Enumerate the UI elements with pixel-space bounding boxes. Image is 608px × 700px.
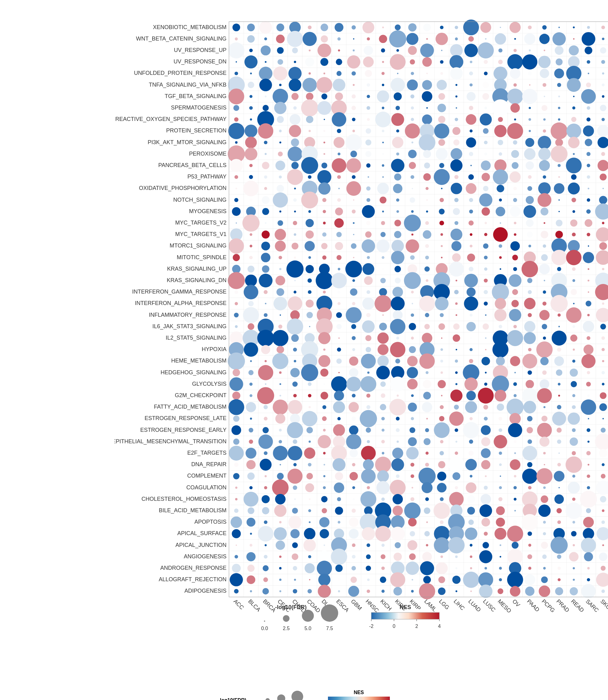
size-legend: -log10(FDR) 0.0 2.5 5.0 7.5 <box>218 691 303 700</box>
size-dot-3 <box>277 695 285 700</box>
color-legend: NES -2 0 2 4 <box>328 690 390 700</box>
size-dot-2 <box>265 698 269 700</box>
color-gradient-bar <box>328 697 390 700</box>
size-legend-item-2: 2.5 <box>264 698 271 700</box>
fdr-legend-title: -log10(FDR) <box>218 698 246 700</box>
size-legend-item-3: 5.0 <box>277 695 285 700</box>
chart-container: -log10(FDR) 0.0 2.5 5.0 7.5 <box>0 0 608 700</box>
size-legend-item-4: 7.5 <box>291 691 303 700</box>
legend-container: -log10(FDR) 0.0 2.5 5.0 7.5 <box>218 690 390 700</box>
nes-legend-title: NES <box>354 690 364 695</box>
size-dot-4 <box>291 691 303 700</box>
bubble-chart <box>114 9 608 659</box>
